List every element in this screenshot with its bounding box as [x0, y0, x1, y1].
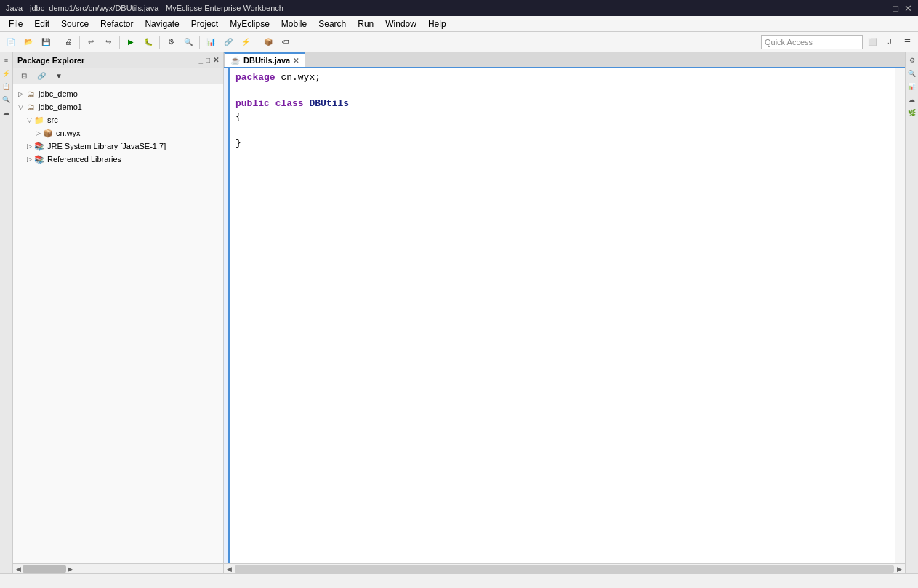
tree-item-cn-wyx[interactable]: ▷ 📦 cn.wyx: [13, 126, 223, 140]
quick-access-label: Quick Access: [765, 38, 813, 47]
pe-close-button[interactable]: ✕: [213, 56, 219, 64]
project-icon-jdbc-demo: 🗂: [25, 88, 36, 100]
title-bar: Java - jdbc_demo1/src/cn/wyx/DBUtils.jav…: [0, 0, 918, 16]
tree-item-jdbc-demo1[interactable]: ▽ 🗂 jdbc_demo1: [13, 100, 223, 113]
menu-file[interactable]: File: [3, 17, 28, 31]
editor-tab-dbutils[interactable]: ☕ DBUtils.java ✕: [224, 52, 305, 67]
left-icon-3[interactable]: 📋: [1, 81, 12, 92]
toolbar-btn-9[interactable]: ⚡: [238, 34, 254, 50]
run-button[interactable]: ▶: [123, 34, 139, 50]
pe-minimize-button[interactable]: _: [198, 56, 203, 64]
menu-search[interactable]: Search: [313, 17, 352, 31]
package-explorer-title: Package Explorer: [17, 56, 84, 65]
pe-scrollbar[interactable]: ◀ ▶: [13, 563, 223, 573]
toolbar-btn-6[interactable]: 🔍: [180, 34, 196, 50]
right-sidebar-icons: ⚙ 🔍 📊 ☁ 🌿: [905, 52, 918, 573]
undo-button[interactable]: ↩: [83, 34, 99, 50]
right-icon-4[interactable]: ☁: [907, 94, 917, 105]
tree-item-src[interactable]: ▽ 📁 src: [13, 113, 223, 126]
toolbar-extra-1[interactable]: J: [882, 34, 898, 50]
toolbar-separator-1: [57, 36, 57, 49]
left-icon-4[interactable]: 🔍: [1, 94, 12, 105]
toolbar-btn-5[interactable]: ⚙: [163, 34, 179, 50]
toolbar-btn-8[interactable]: 🔗: [220, 34, 236, 50]
redo-button[interactable]: ↪: [100, 34, 116, 50]
editor-scrollbar-thumb[interactable]: [235, 565, 894, 573]
tree-arrow-cn-wyx: ▷: [33, 129, 42, 137]
menu-help[interactable]: Help: [422, 17, 452, 31]
pe-collapse-all[interactable]: ⊟: [16, 68, 32, 84]
debug-button[interactable]: 🐛: [140, 34, 156, 50]
menu-window[interactable]: Window: [379, 17, 422, 31]
menu-navigate[interactable]: Navigate: [139, 17, 185, 31]
quick-access-input[interactable]: Quick Access: [761, 35, 863, 49]
right-icon-5[interactable]: 🌿: [907, 108, 917, 118]
editor-scrollbar[interactable]: [895, 68, 905, 563]
tree-label-cn-wyx: cn.wyx: [56, 129, 81, 137]
editor-area: ☕ DBUtils.java ✕ package cn.wyx; public …: [224, 52, 905, 573]
tree-label-jdbc-demo: jdbc_demo: [39, 89, 78, 98]
open-button[interactable]: 📂: [20, 34, 36, 50]
right-icon-3[interactable]: 📊: [907, 81, 917, 92]
pe-scroll-right[interactable]: ▶: [66, 565, 74, 573]
pe-link-editor[interactable]: 🔗: [33, 68, 49, 84]
tab-close-dbutils[interactable]: ✕: [293, 57, 299, 65]
tree-item-jre-library[interactable]: ▷ 📚 JRE System Library [JavaSE-1.7]: [13, 140, 223, 153]
toolbar-separator-5: [199, 36, 200, 49]
pe-header-right: _ □ ✕: [198, 56, 219, 64]
menu-source[interactable]: Source: [55, 17, 94, 31]
toolbar-btn-7[interactable]: 📊: [203, 34, 219, 50]
code-editor[interactable]: package cn.wyx; public class DBUtils { }: [224, 68, 905, 563]
pe-maximize-button[interactable]: □: [206, 56, 210, 64]
menu-bar: File Edit Source Refactor Navigate Proje…: [0, 16, 918, 32]
menu-myeclipse[interactable]: MyEclipse: [224, 17, 275, 31]
toolbar-extra-2[interactable]: ☰: [899, 34, 915, 50]
status-bar: [0, 573, 918, 588]
menu-mobile[interactable]: Mobile: [275, 17, 313, 31]
pe-view-menu[interactable]: ▼: [51, 68, 67, 84]
left-icon-5[interactable]: ☁: [1, 108, 12, 118]
tree-item-jdbc-demo[interactable]: ▷ 🗂 jdbc_demo: [13, 87, 223, 100]
minimize-button[interactable]: —: [877, 3, 887, 14]
right-icon-2[interactable]: 🔍: [907, 68, 917, 78]
toolbar-separator-2: [79, 36, 80, 49]
pe-scrollbar-thumb[interactable]: [23, 565, 66, 573]
tab-label-dbutils: DBUtils.java: [243, 56, 290, 65]
code-content[interactable]: package cn.wyx; public class DBUtils { }: [230, 68, 895, 563]
menu-project[interactable]: Project: [185, 17, 224, 31]
library-icon-reflibs: 📚: [33, 153, 45, 165]
menu-refactor[interactable]: Refactor: [94, 17, 139, 31]
editor-scroll-right[interactable]: ▶: [895, 565, 903, 573]
tree-label-jdbc-demo1: jdbc_demo1: [39, 102, 82, 111]
package-explorer-header: Package Explorer _ □ ✕: [13, 52, 223, 68]
toolbar-separator-6: [257, 36, 257, 49]
toolbar-btn-11[interactable]: 🏷: [278, 34, 294, 50]
toolbar-btn-10[interactable]: 📦: [260, 34, 276, 50]
right-icon-1[interactable]: ⚙: [907, 55, 917, 65]
main-area: ≡ ⚡ 📋 🔍 ☁ Package Explorer _ □ ✕ ⊟ 🔗 ▼: [0, 52, 918, 573]
menu-edit[interactable]: Edit: [28, 17, 55, 31]
left-icon-2[interactable]: ⚡: [1, 68, 12, 78]
pe-scroll-left[interactable]: ◀: [15, 565, 23, 573]
save-button[interactable]: 💾: [38, 34, 54, 50]
library-icon-jre: 📚: [33, 140, 45, 152]
new-button[interactable]: 📄: [3, 34, 19, 50]
folder-icon-src: 📁: [33, 114, 45, 126]
tree-arrow-jre: ▷: [25, 142, 33, 150]
tree-label-src: src: [47, 116, 58, 124]
menu-run[interactable]: Run: [352, 17, 379, 31]
maximize-button[interactable]: □: [893, 3, 898, 14]
left-sidebar-icons: ≡ ⚡ 📋 🔍 ☁: [0, 52, 13, 573]
print-button[interactable]: 🖨: [60, 34, 76, 50]
window-title: Java - jdbc_demo1/src/cn/wyx/DBUtils.jav…: [6, 4, 283, 12]
tree-arrow-reflibs: ▷: [25, 156, 33, 163]
editor-bottom-scrollbar[interactable]: ◀ ▶: [224, 563, 905, 573]
open-perspective-button[interactable]: ⬜: [864, 34, 880, 50]
close-button[interactable]: ✕: [904, 3, 912, 14]
editor-scroll-left[interactable]: ◀: [225, 565, 233, 573]
left-icon-1[interactable]: ≡: [1, 55, 12, 65]
package-explorer-tree: ▷ 🗂 jdbc_demo ▽ 🗂 jdbc_demo1 ▽ 📁 src ▷ 📦…: [13, 84, 223, 563]
tree-item-referenced-libraries[interactable]: ▷ 📚 Referenced Libraries: [13, 153, 223, 166]
editor-tabs: ☕ DBUtils.java ✕: [224, 52, 905, 68]
toolbar: 📄 📂 💾 🖨 ↩ ↪ ▶ 🐛 ⚙ 🔍 📊 🔗 ⚡ 📦 🏷 Quick Acce…: [0, 32, 918, 52]
